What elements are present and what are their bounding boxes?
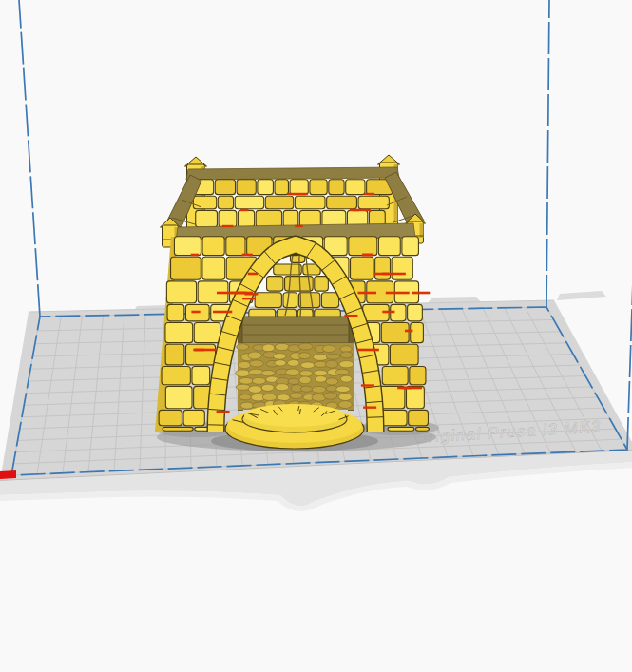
object-list-panel: Object list PI3MK3M_Small-Chapel-Base-v1… — [0, 589, 632, 672]
viewport-3d[interactable]: Original Prusa i3 MK3 — [0, 0, 632, 589]
origin-marker — [0, 470, 16, 479]
chapel-model[interactable] — [155, 155, 430, 449]
